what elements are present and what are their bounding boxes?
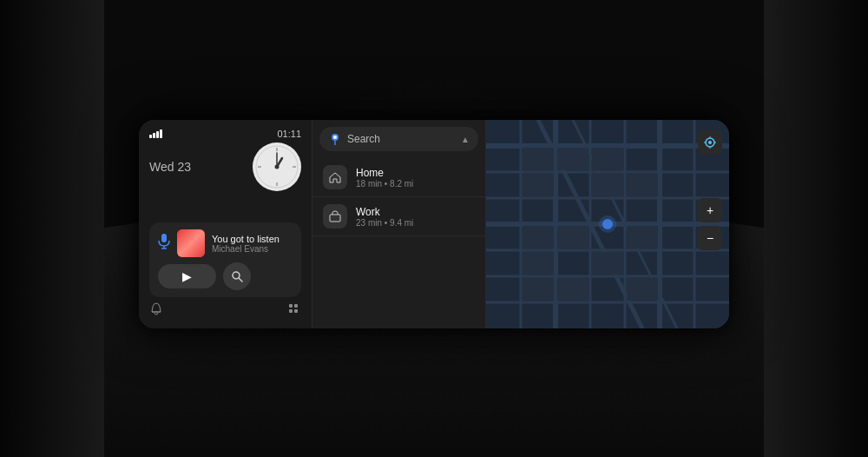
svg-rect-39 bbox=[592, 148, 623, 170]
navigation-panel: Search ▲ Home 18 min • 8.2 mi bbox=[312, 120, 486, 328]
svg-rect-17 bbox=[294, 309, 298, 313]
svg-rect-45 bbox=[627, 226, 658, 248]
home-label: Home bbox=[356, 167, 475, 179]
svg-rect-43 bbox=[523, 226, 554, 248]
work-icon bbox=[323, 204, 347, 228]
map-section: + − bbox=[486, 120, 729, 328]
clock-face bbox=[254, 144, 299, 189]
android-auto-screen: 01:11 Wed 23 bbox=[139, 120, 729, 328]
music-info-row: You got to listen Michael Evans bbox=[158, 229, 293, 257]
search-music-button[interactable] bbox=[223, 262, 251, 290]
svg-line-12 bbox=[239, 278, 242, 281]
song-artist: Michael Evans bbox=[212, 244, 293, 254]
date-label: Wed 23 bbox=[149, 160, 191, 174]
location-button[interactable] bbox=[698, 130, 722, 155]
music-section: You got to listen Michael Evans ▶ bbox=[149, 222, 301, 297]
bell-icon[interactable] bbox=[149, 302, 163, 320]
svg-rect-47 bbox=[592, 252, 623, 275]
album-art bbox=[177, 229, 205, 257]
svg-rect-37 bbox=[523, 148, 554, 170]
signal-icon bbox=[149, 129, 162, 138]
play-button[interactable]: ▶ bbox=[158, 264, 216, 288]
svg-rect-49 bbox=[557, 278, 589, 301]
map-controls: + − bbox=[698, 198, 722, 250]
search-text: Search bbox=[347, 133, 456, 145]
time-display: 01:11 bbox=[277, 129, 301, 139]
svg-rect-46 bbox=[523, 252, 554, 275]
bottom-icons bbox=[149, 302, 301, 320]
left-panel: 01:11 Wed 23 bbox=[139, 120, 312, 328]
svg-rect-15 bbox=[294, 304, 298, 308]
left-pillar bbox=[0, 0, 104, 457]
maps-pin-icon bbox=[328, 132, 342, 146]
date-info: Wed 23 bbox=[149, 160, 191, 174]
work-label: Work bbox=[356, 206, 475, 218]
clock-widget[interactable] bbox=[253, 142, 301, 191]
svg-point-54 bbox=[708, 141, 712, 144]
chevron-up-icon: ▲ bbox=[461, 135, 470, 144]
svg-point-19 bbox=[333, 136, 337, 139]
svg-point-52 bbox=[599, 215, 616, 233]
song-title: You got to listen bbox=[212, 234, 293, 244]
search-bar[interactable]: Search ▲ bbox=[319, 127, 478, 151]
svg-rect-42 bbox=[627, 174, 658, 196]
home-details: 18 min • 8.2 mi bbox=[356, 179, 475, 189]
svg-rect-14 bbox=[289, 304, 293, 308]
svg-rect-50 bbox=[627, 278, 658, 301]
work-nav-item[interactable]: Work 23 min • 9.4 mi bbox=[312, 197, 485, 236]
map-svg bbox=[486, 120, 729, 328]
music-controls: ▶ bbox=[158, 262, 293, 290]
home-nav-item[interactable]: Home 18 min • 8.2 mi bbox=[312, 158, 485, 197]
svg-rect-40 bbox=[523, 174, 554, 196]
status-bar: 01:11 bbox=[149, 129, 301, 139]
svg-point-7 bbox=[275, 165, 279, 169]
svg-rect-8 bbox=[161, 234, 167, 242]
grid-icon[interactable] bbox=[287, 302, 301, 320]
mic-icon bbox=[158, 234, 170, 253]
home-icon bbox=[323, 165, 347, 189]
work-info: Work 23 min • 9.4 mi bbox=[356, 206, 475, 228]
svg-rect-44 bbox=[557, 226, 589, 248]
svg-rect-48 bbox=[523, 278, 554, 301]
svg-rect-41 bbox=[592, 174, 623, 196]
zoom-in-button[interactable]: + bbox=[698, 198, 722, 222]
zoom-out-button[interactable]: − bbox=[698, 226, 722, 250]
right-pillar bbox=[764, 0, 868, 457]
svg-rect-20 bbox=[330, 215, 340, 222]
home-info: Home 18 min • 8.2 mi bbox=[356, 167, 475, 189]
date-clock-row: Wed 23 bbox=[149, 142, 301, 191]
song-info: You got to listen Michael Evans bbox=[212, 234, 293, 254]
svg-rect-16 bbox=[289, 309, 293, 313]
work-details: 23 min • 9.4 mi bbox=[356, 218, 475, 228]
svg-rect-38 bbox=[557, 148, 589, 170]
